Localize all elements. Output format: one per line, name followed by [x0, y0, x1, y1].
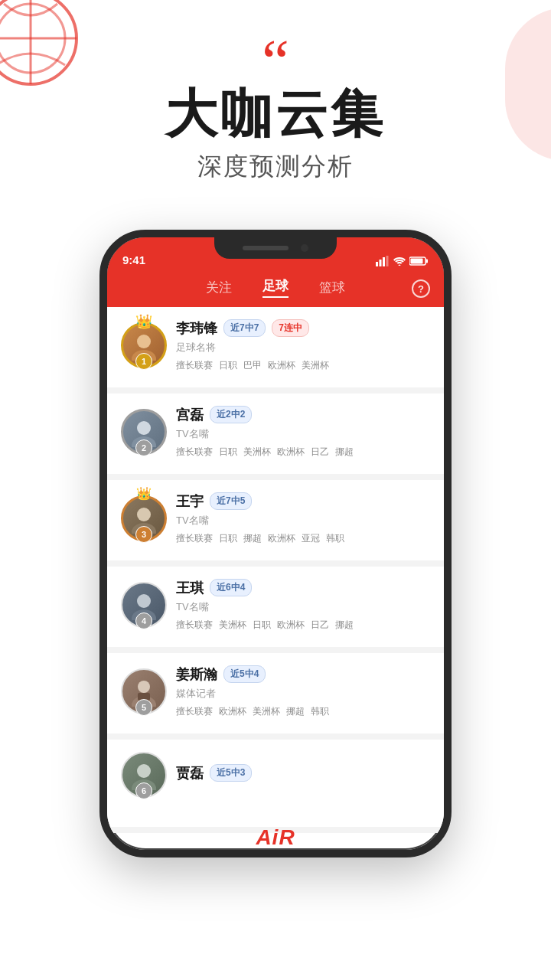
- rank-badge-2: 2: [135, 439, 152, 456]
- notch-speaker: [243, 246, 289, 250]
- expert-info-4: 王琪 近6中4 TV名嘴 擅长联赛 美洲杯 日职 欧洲杯 日乙 挪超: [176, 579, 430, 632]
- expert-name-2: 宫磊: [176, 406, 204, 424]
- svg-rect-11: [411, 258, 423, 263]
- phone-notch: [214, 237, 337, 259]
- rank-badge-1: 1: [135, 353, 152, 370]
- quote-mark: “: [262, 31, 289, 92]
- expert-name-5: 姜斯瀚: [176, 665, 217, 684]
- expert-desc-4: TV名嘴: [176, 600, 430, 614]
- expert-item-1: 👑 1 李玮锋 近7中7 7连中: [107, 307, 444, 394]
- rank-badge-4: 4: [135, 612, 152, 629]
- hero-section: “ 大咖云集 深度预测分析: [0, 0, 551, 207]
- svg-point-14: [137, 421, 151, 435]
- nav-help-button[interactable]: ?: [412, 279, 430, 298]
- nav-item-lanqiu[interactable]: 篮球: [319, 279, 345, 296]
- svg-point-23: [137, 764, 151, 778]
- phone-mockup-wrapper: 9:41: [0, 230, 551, 888]
- expert-info-5: 姜斯瀚 近5中4 媒体记者 擅长联赛 欧洲杯 美洲杯 挪超 韩职: [176, 665, 430, 718]
- badge-record-5: 近5中4: [223, 665, 266, 683]
- expert-item-3: 👑 3 王宇 近7中5: [107, 480, 444, 567]
- status-icons: [376, 256, 429, 266]
- crown-icon-1: 👑: [135, 313, 152, 330]
- badge-record-2: 近2中2: [210, 406, 252, 423]
- svg-rect-5: [380, 260, 382, 266]
- notch-camera: [301, 244, 308, 252]
- rank-badge-5: 5: [135, 699, 152, 716]
- svg-point-20: [138, 681, 150, 693]
- rank-badge-6: 6: [135, 782, 152, 799]
- expert-tags-5: 擅长联赛 欧洲杯 美洲杯 挪超 韩职: [176, 705, 430, 718]
- badge-streak-1: 7连中: [272, 319, 309, 337]
- expert-tags-2: 擅长联赛 日职 美洲杯 欧洲杯 日乙 挪超: [176, 446, 430, 459]
- expert-name-1: 李玮锋: [176, 319, 217, 338]
- nav-item-guanzhu[interactable]: 关注: [206, 279, 232, 296]
- expert-info-1: 李玮锋 近7中7 7连中 足球名将 擅长联赛 日职 巴甲 欧洲杯 美洲杯: [176, 319, 430, 372]
- expert-item-6: 6 贾磊 近5中3: [107, 740, 444, 833]
- expert-name-3: 王宇: [176, 492, 204, 511]
- expert-item-4: 4 王琪 近6中4 TV名嘴 擅长联赛 美洲杯 日职 欧洲杯: [107, 567, 444, 653]
- expert-info-6: 贾磊 近5中3: [176, 764, 430, 786]
- expert-tags-3: 擅长联赛 日职 挪超 欧洲杯 亚冠 韩职: [176, 532, 430, 545]
- hero-title: 大咖云集: [0, 85, 551, 142]
- expert-desc-2: TV名嘴: [176, 427, 430, 441]
- svg-point-18: [137, 594, 151, 608]
- rank-badge-3: 3: [135, 526, 152, 543]
- expert-item-2: 2 宫磊 近2中2 TV名嘴 擅长联赛 日职 美洲杯 欧洲杯: [107, 394, 444, 480]
- expert-name-4: 王琪: [176, 579, 204, 597]
- expert-list: 👑 1 李玮锋 近7中7 7连中: [107, 307, 444, 833]
- svg-rect-10: [426, 259, 429, 263]
- svg-rect-6: [383, 257, 385, 266]
- nav-item-zuqiu[interactable]: 足球: [262, 277, 289, 298]
- svg-rect-7: [386, 256, 389, 266]
- avatar-wrapper-6: 6: [121, 752, 167, 798]
- expert-desc-1: 足球名将: [176, 341, 430, 354]
- phone-mockup: 9:41: [99, 230, 452, 858]
- status-time: 9:41: [122, 253, 145, 266]
- hero-subtitle: 深度预测分析: [0, 150, 551, 184]
- svg-rect-4: [376, 262, 378, 266]
- expert-item-5: 5 姜斯瀚 近5中4 媒体记者 擅长联赛 欧洲杯 美洲杯 挪超: [107, 653, 444, 740]
- svg-point-12: [137, 335, 151, 348]
- avatar-wrapper-1: 👑 1: [121, 322, 167, 368]
- badge-record-1: 近7中7: [223, 319, 266, 337]
- expert-desc-3: TV名嘴: [176, 514, 430, 528]
- expert-tags-1: 擅长联赛 日职 巴甲 欧洲杯 美洲杯: [176, 359, 430, 372]
- header-nav: 关注 足球 篮球 ?: [107, 271, 444, 307]
- badge-record-3: 近7中5: [210, 492, 252, 510]
- badge-record-4: 近6中4: [210, 579, 252, 596]
- svg-point-8: [399, 264, 401, 266]
- expert-desc-5: 媒体记者: [176, 687, 430, 701]
- badge-record-6: 近5中3: [210, 764, 252, 782]
- expert-tags-4: 擅长联赛 美洲杯 日职 欧洲杯 日乙 挪超: [176, 619, 430, 632]
- avatar-wrapper-3: 👑 3: [121, 495, 167, 541]
- expert-info-3: 王宇 近7中5 TV名嘴 擅长联赛 日职 挪超 欧洲杯 亚冠 韩职: [176, 492, 430, 545]
- avatar-wrapper-5: 5: [121, 668, 167, 714]
- air-logo: AiR: [256, 825, 295, 850]
- red-accent-decoration: [505, 8, 551, 161]
- avatar-wrapper-2: 2: [121, 409, 167, 455]
- expert-name-6: 贾磊: [176, 764, 204, 782]
- signal-icon: [376, 256, 390, 266]
- expert-info-2: 宫磊 近2中2 TV名嘴 擅长联赛 日职 美洲杯 欧洲杯 日乙 挪超: [176, 406, 430, 459]
- avatar-wrapper-4: 4: [121, 582, 167, 628]
- svg-point-16: [137, 508, 151, 521]
- wifi-icon: [393, 256, 406, 266]
- crown-icon-3: 👑: [136, 486, 152, 501]
- battery-icon: [409, 256, 429, 266]
- basketball-decoration: [0, 0, 80, 91]
